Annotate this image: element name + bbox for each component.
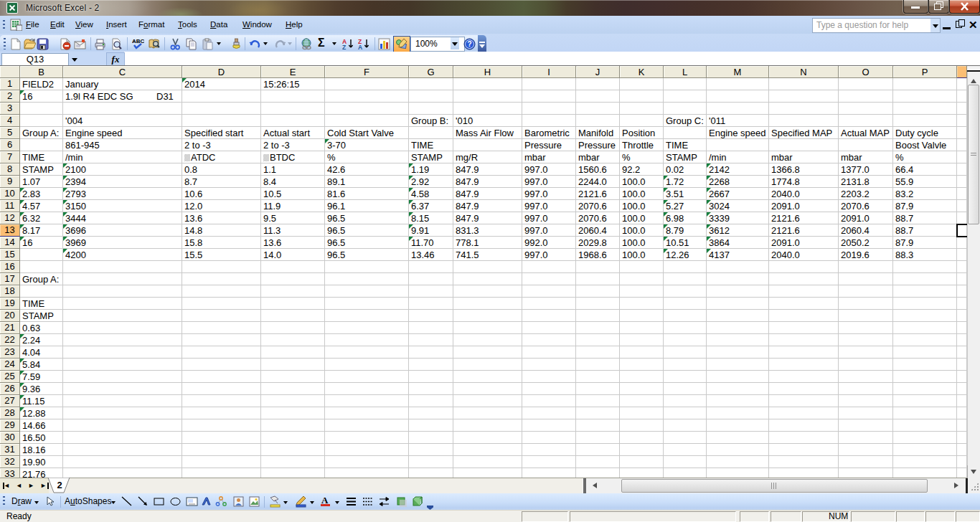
svg-text:ABC: ABC (132, 38, 144, 44)
svg-text:A: A (358, 44, 362, 50)
svg-text:Z: Z (342, 44, 346, 50)
svg-text:?: ? (468, 40, 472, 48)
